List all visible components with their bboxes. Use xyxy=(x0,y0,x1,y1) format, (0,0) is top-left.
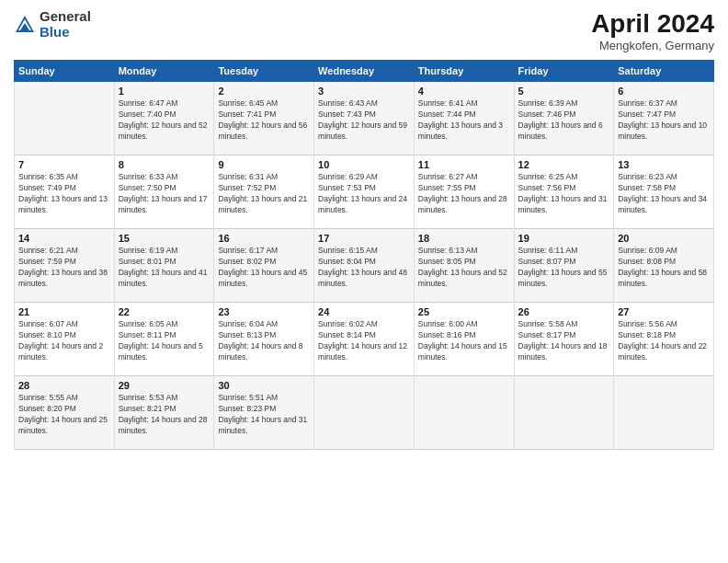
day-cell: 29 Sunrise: 5:53 AMSunset: 8:21 PMDaylig… xyxy=(114,376,214,450)
day-info: Sunrise: 6:02 AMSunset: 8:14 PMDaylight:… xyxy=(318,319,410,363)
day-cell xyxy=(414,376,514,450)
day-cell: 19 Sunrise: 6:11 AMSunset: 8:07 PMDaylig… xyxy=(514,229,614,303)
day-number: 28 xyxy=(18,380,110,391)
day-info: Sunrise: 6:45 AMSunset: 7:41 PMDaylight:… xyxy=(218,98,310,143)
header: General Blue April 2024 Mengkofen, Germa… xyxy=(14,9,714,52)
day-info: Sunrise: 6:23 AMSunset: 7:58 PMDaylight:… xyxy=(618,172,710,216)
day-info: Sunrise: 6:19 AMSunset: 8:01 PMDaylight:… xyxy=(119,246,210,290)
day-info: Sunrise: 6:33 AMSunset: 7:50 PMDaylight:… xyxy=(119,172,210,216)
day-cell: 24 Sunrise: 6:02 AMSunset: 8:14 PMDaylig… xyxy=(314,303,415,376)
day-info: Sunrise: 6:41 AMSunset: 7:44 PMDaylight:… xyxy=(418,98,510,143)
logo-general-text: General xyxy=(40,9,91,25)
week-row-3: 14 Sunrise: 6:21 AMSunset: 7:59 PMDaylig… xyxy=(15,229,714,303)
day-cell: 7 Sunrise: 6:35 AMSunset: 7:49 PMDayligh… xyxy=(15,155,115,229)
day-number: 6 xyxy=(618,86,710,97)
day-number: 20 xyxy=(618,233,710,244)
day-info: Sunrise: 6:39 AMSunset: 7:46 PMDaylight:… xyxy=(518,98,610,143)
header-row: Sunday Monday Tuesday Wednesday Thursday… xyxy=(15,61,714,82)
day-cell: 28 Sunrise: 5:55 AMSunset: 8:20 PMDaylig… xyxy=(15,376,115,450)
day-number: 9 xyxy=(218,159,310,170)
day-info: Sunrise: 6:21 AMSunset: 7:59 PMDaylight:… xyxy=(18,246,110,290)
day-number: 29 xyxy=(119,380,210,391)
day-cell: 20 Sunrise: 6:09 AMSunset: 8:08 PMDaylig… xyxy=(614,229,714,303)
logo-icon xyxy=(14,14,36,36)
day-info: Sunrise: 5:53 AMSunset: 8:21 PMDaylight:… xyxy=(119,393,210,437)
day-info: Sunrise: 6:13 AMSunset: 8:05 PMDaylight:… xyxy=(418,246,510,290)
day-cell: 11 Sunrise: 6:27 AMSunset: 7:55 PMDaylig… xyxy=(414,155,514,229)
day-info: Sunrise: 6:29 AMSunset: 7:53 PMDaylight:… xyxy=(318,172,410,216)
day-info: Sunrise: 6:04 AMSunset: 8:13 PMDaylight:… xyxy=(218,319,310,363)
col-wednesday: Wednesday xyxy=(314,61,415,82)
day-cell: 8 Sunrise: 6:33 AMSunset: 7:50 PMDayligh… xyxy=(114,155,214,229)
logo-blue-text: Blue xyxy=(40,25,91,40)
day-info: Sunrise: 6:09 AMSunset: 8:08 PMDaylight:… xyxy=(618,246,710,290)
day-cell: 26 Sunrise: 5:58 AMSunset: 8:17 PMDaylig… xyxy=(514,303,614,376)
day-cell: 15 Sunrise: 6:19 AMSunset: 8:01 PMDaylig… xyxy=(114,229,214,303)
logo: General Blue xyxy=(14,9,91,40)
day-cell: 30 Sunrise: 5:51 AMSunset: 8:23 PMDaylig… xyxy=(214,376,314,450)
day-cell: 17 Sunrise: 6:15 AMSunset: 8:04 PMDaylig… xyxy=(314,229,415,303)
day-number: 7 xyxy=(18,159,110,170)
day-info: Sunrise: 6:31 AMSunset: 7:52 PMDaylight:… xyxy=(218,172,310,216)
day-cell: 25 Sunrise: 6:00 AMSunset: 8:16 PMDaylig… xyxy=(414,303,514,376)
day-cell: 22 Sunrise: 6:05 AMSunset: 8:11 PMDaylig… xyxy=(114,303,214,376)
day-info: Sunrise: 6:05 AMSunset: 8:11 PMDaylight:… xyxy=(119,319,210,363)
page: General Blue April 2024 Mengkofen, Germa… xyxy=(0,0,728,563)
col-saturday: Saturday xyxy=(614,61,714,82)
day-cell: 9 Sunrise: 6:31 AMSunset: 7:52 PMDayligh… xyxy=(214,155,314,229)
day-cell: 23 Sunrise: 6:04 AMSunset: 8:13 PMDaylig… xyxy=(214,303,314,376)
day-number: 24 xyxy=(318,306,410,317)
day-number: 1 xyxy=(119,86,210,97)
day-info: Sunrise: 5:56 AMSunset: 8:18 PMDaylight:… xyxy=(618,319,710,363)
day-number: 19 xyxy=(518,233,610,244)
day-info: Sunrise: 6:11 AMSunset: 8:07 PMDaylight:… xyxy=(518,246,610,290)
day-cell: 18 Sunrise: 6:13 AMSunset: 8:05 PMDaylig… xyxy=(414,229,514,303)
location-subtitle: Mengkofen, Germany xyxy=(591,39,714,52)
day-number: 13 xyxy=(618,159,710,170)
day-cell: 10 Sunrise: 6:29 AMSunset: 7:53 PMDaylig… xyxy=(314,155,415,229)
day-info: Sunrise: 6:43 AMSunset: 7:43 PMDaylight:… xyxy=(318,98,410,143)
day-number: 23 xyxy=(218,306,310,317)
week-row-4: 21 Sunrise: 6:07 AMSunset: 8:10 PMDaylig… xyxy=(15,303,714,376)
day-number: 15 xyxy=(119,233,210,244)
day-info: Sunrise: 6:47 AMSunset: 7:40 PMDaylight:… xyxy=(119,98,210,143)
day-info: Sunrise: 6:15 AMSunset: 8:04 PMDaylight:… xyxy=(318,246,410,290)
week-row-1: 1 Sunrise: 6:47 AMSunset: 7:40 PMDayligh… xyxy=(15,82,714,155)
col-sunday: Sunday xyxy=(15,61,115,82)
col-friday: Friday xyxy=(514,61,614,82)
day-cell: 12 Sunrise: 6:25 AMSunset: 7:56 PMDaylig… xyxy=(514,155,614,229)
day-cell: 27 Sunrise: 5:56 AMSunset: 8:18 PMDaylig… xyxy=(614,303,714,376)
day-info: Sunrise: 5:51 AMSunset: 8:23 PMDaylight:… xyxy=(218,393,310,437)
day-number: 21 xyxy=(18,306,110,317)
col-thursday: Thursday xyxy=(414,61,514,82)
day-info: Sunrise: 5:58 AMSunset: 8:17 PMDaylight:… xyxy=(518,319,610,363)
day-number: 30 xyxy=(218,380,310,391)
day-number: 22 xyxy=(119,306,210,317)
day-number: 10 xyxy=(318,159,410,170)
day-number: 27 xyxy=(618,306,710,317)
day-number: 26 xyxy=(518,306,610,317)
day-number: 3 xyxy=(318,86,410,97)
month-title: April 2024 xyxy=(591,9,714,39)
day-number: 14 xyxy=(18,233,110,244)
calendar-table: Sunday Monday Tuesday Wednesday Thursday… xyxy=(14,60,714,450)
day-cell xyxy=(15,82,115,155)
day-info: Sunrise: 6:00 AMSunset: 8:16 PMDaylight:… xyxy=(418,319,510,363)
day-number: 5 xyxy=(518,86,610,97)
day-cell: 1 Sunrise: 6:47 AMSunset: 7:40 PMDayligh… xyxy=(114,82,214,155)
day-number: 2 xyxy=(218,86,310,97)
day-cell: 14 Sunrise: 6:21 AMSunset: 7:59 PMDaylig… xyxy=(15,229,115,303)
week-row-5: 28 Sunrise: 5:55 AMSunset: 8:20 PMDaylig… xyxy=(15,376,714,450)
day-cell: 16 Sunrise: 6:17 AMSunset: 8:02 PMDaylig… xyxy=(214,229,314,303)
day-info: Sunrise: 6:27 AMSunset: 7:55 PMDaylight:… xyxy=(418,172,510,216)
day-number: 17 xyxy=(318,233,410,244)
day-number: 12 xyxy=(518,159,610,170)
day-info: Sunrise: 6:07 AMSunset: 8:10 PMDaylight:… xyxy=(18,319,110,363)
day-cell xyxy=(614,376,714,450)
day-cell xyxy=(514,376,614,450)
col-monday: Monday xyxy=(114,61,214,82)
week-row-2: 7 Sunrise: 6:35 AMSunset: 7:49 PMDayligh… xyxy=(15,155,714,229)
day-info: Sunrise: 6:37 AMSunset: 7:47 PMDaylight:… xyxy=(618,98,710,143)
day-number: 25 xyxy=(418,306,510,317)
day-cell: 2 Sunrise: 6:45 AMSunset: 7:41 PMDayligh… xyxy=(214,82,314,155)
